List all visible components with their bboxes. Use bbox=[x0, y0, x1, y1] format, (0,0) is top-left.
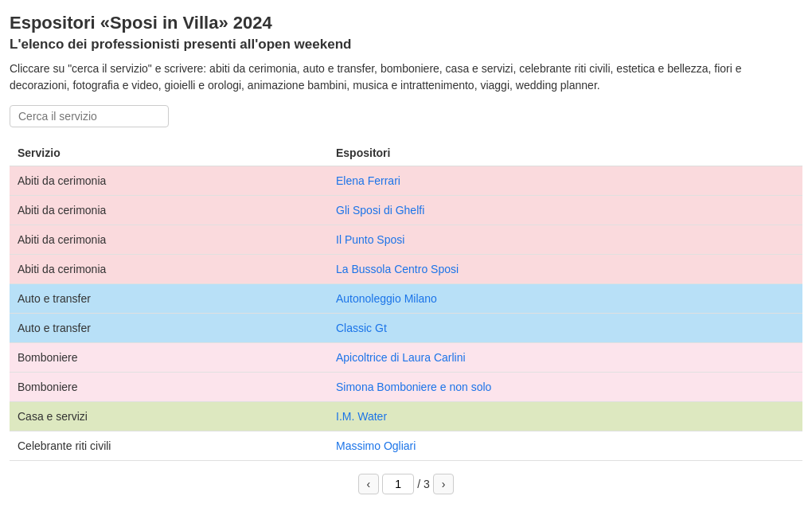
service-cell: Casa e servizi bbox=[10, 402, 328, 431]
service-cell: Bomboniere bbox=[10, 343, 328, 373]
column-header-exhibitor: Espositori bbox=[328, 140, 802, 166]
exhibitor-link[interactable]: Apicoltrice di Laura Carlini bbox=[336, 351, 466, 364]
exhibitor-link[interactable]: Il Punto Sposi bbox=[336, 233, 404, 246]
data-table: Servizio Espositori Abiti da cerimoniaEl… bbox=[10, 140, 802, 461]
table-row: Casa e serviziI.M. Water bbox=[10, 402, 802, 431]
service-cell: Auto e transfer bbox=[10, 314, 328, 343]
exhibitor-cell: Apicoltrice di Laura Carlini bbox=[328, 343, 802, 373]
next-page-button[interactable]: › bbox=[433, 474, 455, 494]
page-subtitle: L'elenco dei professionisti presenti all… bbox=[10, 37, 802, 53]
exhibitor-cell: Il Punto Sposi bbox=[328, 225, 802, 255]
service-cell: Bomboniere bbox=[10, 373, 328, 402]
exhibitor-cell: Simona Bomboniere e non solo bbox=[328, 373, 802, 402]
exhibitor-cell: Autonoleggio Milano bbox=[328, 284, 802, 314]
table-row: Abiti da cerimoniaLa Bussola Centro Spos… bbox=[10, 255, 802, 284]
service-cell: Celebrante riti civili bbox=[10, 431, 328, 461]
page-number-input[interactable] bbox=[382, 474, 414, 494]
table-row: Auto e transferAutonoleggio Milano bbox=[10, 284, 802, 314]
exhibitor-link[interactable]: Gli Sposi di Ghelfi bbox=[336, 204, 424, 217]
exhibitor-link[interactable]: Autonoleggio Milano bbox=[336, 292, 437, 305]
service-cell: Abiti da cerimonia bbox=[10, 166, 328, 196]
page-description: Cliccare su "cerca il servizio" e scrive… bbox=[10, 61, 802, 94]
table-row: BomboniereSimona Bomboniere e non solo bbox=[10, 373, 802, 402]
pagination-total: / 3 bbox=[417, 478, 430, 490]
exhibitor-cell: Gli Sposi di Ghelfi bbox=[328, 196, 802, 225]
table-row: Abiti da cerimoniaGli Sposi di Ghelfi bbox=[10, 196, 802, 225]
exhibitor-cell: Massimo Ogliari bbox=[328, 431, 802, 461]
service-cell: Abiti da cerimonia bbox=[10, 255, 328, 284]
pagination: ‹ / 3 › bbox=[10, 474, 802, 494]
exhibitor-link[interactable]: I.M. Water bbox=[336, 410, 387, 423]
service-cell: Abiti da cerimonia bbox=[10, 225, 328, 255]
exhibitor-link[interactable]: Massimo Ogliari bbox=[336, 439, 416, 452]
exhibitor-cell: Elena Ferrari bbox=[328, 166, 802, 196]
page-container: Espositori «Sposi in Villa» 2024 L'elenc… bbox=[0, 0, 812, 504]
exhibitor-cell: Classic Gt bbox=[328, 314, 802, 343]
page-title: Espositori «Sposi in Villa» 2024 bbox=[10, 13, 802, 33]
exhibitor-cell: I.M. Water bbox=[328, 402, 802, 431]
exhibitor-cell: La Bussola Centro Sposi bbox=[328, 255, 802, 284]
exhibitor-link[interactable]: Classic Gt bbox=[336, 322, 387, 334]
exhibitor-link[interactable]: Simona Bomboniere e non solo bbox=[336, 381, 491, 393]
search-input[interactable] bbox=[10, 105, 169, 127]
service-cell: Abiti da cerimonia bbox=[10, 196, 328, 225]
prev-page-button[interactable]: ‹ bbox=[358, 474, 380, 494]
table-row: Abiti da cerimoniaIl Punto Sposi bbox=[10, 225, 802, 255]
service-cell: Auto e transfer bbox=[10, 284, 328, 314]
exhibitor-link[interactable]: Elena Ferrari bbox=[336, 174, 400, 187]
exhibitor-link[interactable]: La Bussola Centro Sposi bbox=[336, 263, 459, 275]
table-row: Celebrante riti civiliMassimo Ogliari bbox=[10, 431, 802, 461]
column-header-service: Servizio bbox=[10, 140, 328, 166]
table-row: BomboniereApicoltrice di Laura Carlini bbox=[10, 343, 802, 373]
table-row: Abiti da cerimoniaElena Ferrari bbox=[10, 166, 802, 196]
table-row: Auto e transferClassic Gt bbox=[10, 314, 802, 343]
